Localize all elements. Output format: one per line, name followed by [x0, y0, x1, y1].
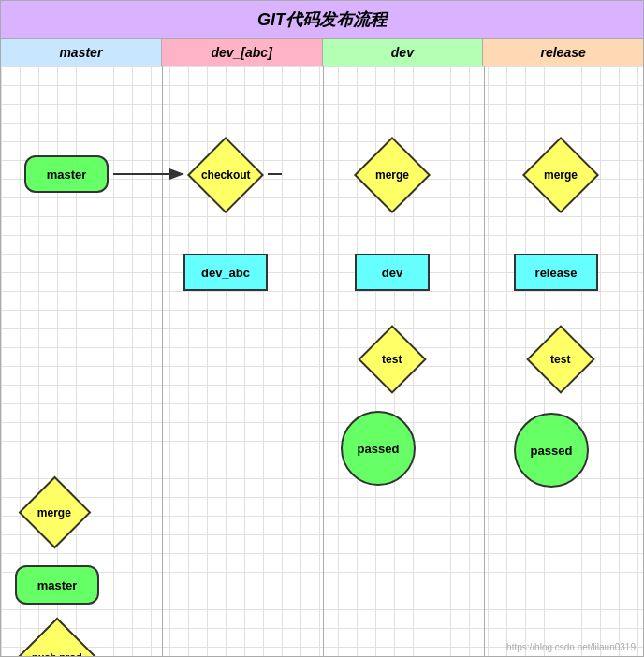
columns-header: master dev_[abc] dev release	[1, 39, 643, 66]
col-sep-2	[323, 66, 324, 656]
col-header-release: release	[483, 39, 643, 66]
col-header-dev: dev	[323, 39, 484, 66]
col-header-master: master	[1, 39, 162, 66]
node-master-end: master	[15, 565, 99, 605]
node-test-dev: test	[355, 328, 430, 389]
diagram-wrapper: GIT代码发布流程 master dev_[abc] dev release	[0, 0, 644, 657]
node-passed-dev: passed	[341, 411, 416, 486]
node-merge-release: merge	[519, 143, 603, 207]
node-merge-master: merge	[15, 483, 95, 542]
diagram-body: master checkout dev_abc merge dev test p…	[1, 66, 643, 656]
node-test-release: test	[523, 328, 598, 389]
watermark: https://blog.csdn.net/lilaun0319	[506, 642, 636, 652]
node-release-box: release	[514, 254, 598, 291]
node-dev-abc-box: dev_abc	[183, 254, 268, 291]
node-merge-dev: merge	[350, 143, 434, 207]
node-passed-release: passed	[514, 413, 589, 488]
col-header-dev-abc: dev_[abc]	[162, 39, 323, 66]
col-sep-3	[484, 66, 485, 656]
diagram-title: GIT代码发布流程	[1, 1, 643, 39]
node-master-start: master	[24, 155, 109, 193]
node-checkout: checkout	[183, 143, 268, 207]
node-push-prod: push prod	[15, 626, 99, 656]
node-dev-box: dev	[355, 254, 430, 291]
col-sep-1	[162, 66, 163, 656]
